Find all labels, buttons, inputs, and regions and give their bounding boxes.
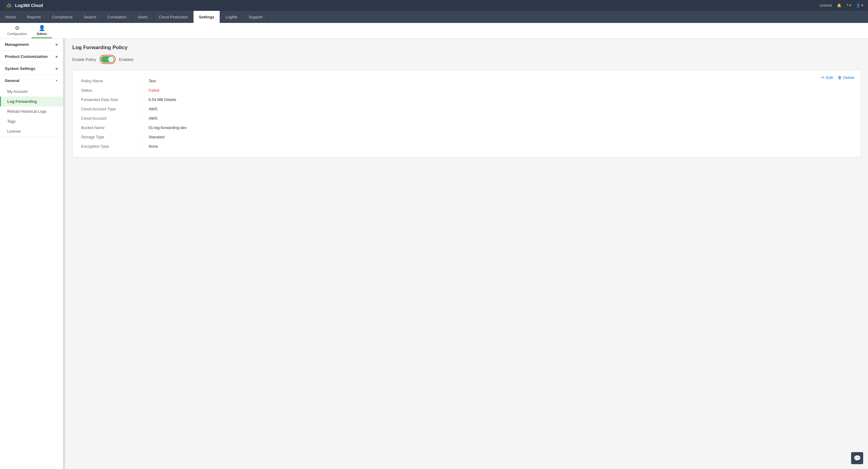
tab-home[interactable]: Home: [0, 11, 22, 23]
field-dash: -: [140, 123, 147, 132]
field-label: Bucket Name: [80, 123, 140, 132]
chat-button[interactable]: 💬: [851, 452, 863, 464]
field-dash: -: [140, 76, 147, 86]
field-label: Policy Name: [80, 76, 140, 86]
table-row: Cloud Account Type-AWS: [80, 104, 853, 114]
delete-button[interactable]: 🗑 Delete: [838, 75, 855, 80]
top-bar-right: License 🔔 ? ▾ 👤 ▾: [819, 3, 863, 7]
field-label: Storage Type: [80, 132, 140, 142]
notification-icon[interactable]: 🔔: [837, 3, 841, 7]
table-row: Storage Type-Standard: [80, 132, 853, 142]
management-arrow: ▶: [56, 43, 58, 46]
field-label: Encryption Type: [80, 142, 140, 151]
edit-label: Edit: [826, 75, 833, 80]
subnav-configuration[interactable]: ⚙ Configuration: [2, 23, 32, 38]
sidebar-section-system: System Settings ▶: [0, 63, 63, 75]
logo: Log360 Cloud: [5, 1, 43, 10]
sidebar-section-product-header[interactable]: Product Customization ▶: [0, 51, 63, 62]
main-layout: Management ▶ Product Customization ▶ Sys…: [0, 39, 868, 469]
tab-search[interactable]: Search: [79, 11, 102, 23]
configuration-icon: ⚙: [15, 25, 20, 31]
tab-reports[interactable]: Reports: [22, 11, 47, 23]
top-bar: Log360 Cloud License 🔔 ? ▾ 👤 ▾: [0, 0, 868, 11]
enable-policy-row: Enable Policy Enabled: [72, 55, 861, 64]
field-label: Cloud Account Type: [80, 104, 140, 114]
system-arrow: ▶: [56, 67, 58, 70]
nav-tabs: Home Reports Compliance Search Correlati…: [0, 11, 868, 23]
table-row: Bucket Name-01-log-forwarding-dev: [80, 123, 853, 132]
sidebar-item-reload-historical-logs[interactable]: Reload Historical Logs: [0, 106, 63, 116]
toggle-knob: [108, 57, 114, 62]
policy-card: ✏ Edit 🗑 Delete Policy Name-TestStatus-F…: [72, 70, 861, 157]
sidebar-section-management: Management ▶: [0, 39, 63, 51]
field-label: Cloud Account: [80, 114, 140, 123]
field-dash: -: [140, 86, 147, 95]
table-row: Cloud Account-AWS: [80, 114, 853, 123]
tab-compliance[interactable]: Compliance: [46, 11, 79, 23]
field-dash: -: [140, 104, 147, 114]
tab-correlation[interactable]: Correlation: [102, 11, 132, 23]
subnav-admin[interactable]: 👤 Admin: [32, 23, 52, 38]
sub-nav: ⚙ Configuration 👤 Admin: [0, 23, 868, 39]
edit-button[interactable]: ✏ Edit: [821, 75, 833, 80]
field-dash: -: [140, 142, 147, 151]
field-dash: -: [140, 132, 147, 142]
field-value: 6.54 MB Details: [147, 95, 853, 104]
content-area: Log Forwarding Policy Enable Policy Enab…: [65, 39, 868, 469]
tab-cloud-protection[interactable]: Cloud Protection: [153, 11, 193, 23]
field-value: AWS: [147, 104, 853, 114]
product-arrow: ▶: [56, 55, 58, 58]
license-link[interactable]: License: [819, 3, 832, 7]
delete-label: Delete: [843, 75, 855, 80]
field-value: Test: [147, 76, 853, 86]
delete-icon: 🗑: [838, 75, 842, 80]
logo-text: Log360 Cloud: [15, 3, 43, 8]
management-label: Management: [5, 42, 29, 47]
field-dash: -: [140, 95, 147, 104]
sidebar-item-tags[interactable]: Tags: [0, 116, 63, 126]
general-arrow: ▼: [55, 79, 58, 82]
field-value: None: [147, 142, 853, 151]
edit-icon: ✏: [821, 75, 825, 80]
field-label: Status: [80, 86, 140, 95]
policy-card-actions: ✏ Edit 🗑 Delete: [821, 75, 855, 80]
enable-policy-label: Enable Policy: [72, 57, 96, 62]
admin-label: Admin: [36, 32, 47, 36]
system-settings-label: System Settings: [5, 66, 35, 71]
field-value: Failed: [147, 86, 853, 95]
table-row: Forwarded Data Size-6.54 MB Details: [80, 95, 853, 104]
field-value: 01-log-forwarding-dev: [147, 123, 853, 132]
product-customization-label: Product Customization: [5, 54, 48, 59]
user-icon[interactable]: 👤 ▾: [856, 3, 863, 7]
tab-logme[interactable]: LogMe: [220, 11, 243, 23]
sidebar-item-my-account[interactable]: My Account: [0, 87, 63, 96]
table-row: Status-Failed: [80, 86, 853, 95]
sidebar: Management ▶ Product Customization ▶ Sys…: [0, 39, 63, 469]
tab-support[interactable]: Support: [243, 11, 268, 23]
details-link[interactable]: Details: [164, 97, 176, 102]
logo-icon: [5, 1, 13, 10]
toggle-state-label: Enabled: [119, 57, 133, 62]
field-dash: -: [140, 114, 147, 123]
general-label: General: [5, 79, 19, 83]
table-row: Policy Name-Test: [80, 76, 853, 86]
sidebar-section-general: General ▼ My Account Log Forwarding Relo…: [0, 75, 63, 136]
toggle-wrapper[interactable]: [100, 55, 116, 64]
sidebar-section-management-header[interactable]: Management ▶: [0, 39, 63, 50]
sidebar-section-product: Product Customization ▶: [0, 51, 63, 63]
sidebar-item-license[interactable]: License: [0, 126, 63, 136]
table-row: Encryption Type-None: [80, 142, 853, 151]
field-value: Standard: [147, 132, 853, 142]
enable-policy-toggle[interactable]: [101, 56, 114, 63]
sidebar-item-log-forwarding[interactable]: Log Forwarding: [0, 96, 63, 106]
policy-table: Policy Name-TestStatus-FailedForwarded D…: [80, 76, 853, 151]
sidebar-section-system-header[interactable]: System Settings ▶: [0, 63, 63, 74]
tab-alerts[interactable]: Alerts: [132, 11, 153, 23]
admin-icon: 👤: [38, 25, 45, 31]
sidebar-section-general-header[interactable]: General ▼: [0, 75, 63, 87]
help-icon[interactable]: ? ▾: [846, 3, 851, 7]
page-title: Log Forwarding Policy: [72, 44, 861, 51]
configuration-label: Configuration: [7, 32, 27, 36]
field-label: Forwarded Data Size: [80, 95, 140, 104]
tab-settings[interactable]: Settings: [193, 11, 220, 23]
